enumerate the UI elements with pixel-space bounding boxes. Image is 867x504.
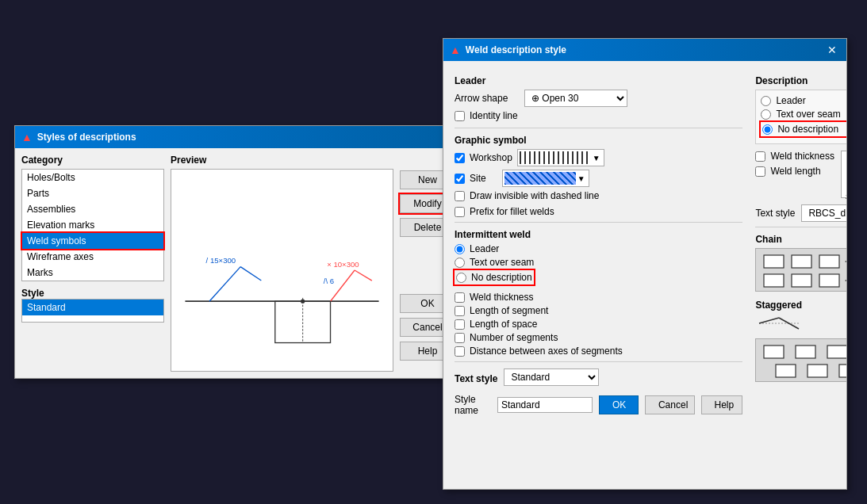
style-label: Style <box>21 288 44 299</box>
arrow-shape-select[interactable]: ⊕ Open 30 <box>524 90 627 107</box>
leader-label: Leader <box>455 75 742 86</box>
distance-between-label: Distance between axes of segments <box>470 346 623 357</box>
distance-between-check[interactable] <box>455 346 465 357</box>
length-of-space-check[interactable] <box>455 319 465 330</box>
weld-thickness-check[interactable] <box>455 292 465 303</box>
weld-thickness-right-check[interactable] <box>755 151 765 162</box>
desc-text-over-radio[interactable] <box>761 109 771 120</box>
intermittent-leader-radio[interactable] <box>455 244 465 254</box>
desc-no-description-label: No description <box>777 124 838 135</box>
category-item-weld[interactable]: Weld symbols <box>22 233 163 249</box>
arrow-shape-label: Arrow shape <box>455 93 518 104</box>
svg-rect-27 <box>819 274 839 287</box>
length-of-segment-label: Length of segment <box>470 305 548 316</box>
weld-preview-area: Weld thickness Weld length a <box>755 151 846 198</box>
intermittent-text-over-radio[interactable] <box>455 258 465 268</box>
weld-length-right-check[interactable] <box>755 166 765 177</box>
weld-cancel-button[interactable]: Cancel <box>645 395 695 414</box>
draw-invisible-checkbox[interactable] <box>455 191 465 201</box>
text-style-bottom-label: Text style <box>455 373 497 384</box>
svg-marker-28 <box>845 276 846 285</box>
chain-label: Chain <box>755 234 846 245</box>
weld-title-icon: ▲ <box>450 44 461 56</box>
length-of-space-label: Length of space <box>470 319 537 330</box>
description-section-label: Description <box>755 75 846 86</box>
preview-canvas: / 15×300 × 10×300 /\ 6 <box>171 169 393 372</box>
category-item-assemblies[interactable]: Assemblies <box>22 201 163 217</box>
category-item-holes[interactable]: Holes/Bolts <box>22 170 163 185</box>
category-item-marks[interactable]: Marks <box>22 265 163 281</box>
staggered-section: Staggered <box>755 300 846 382</box>
number-of-segments-check[interactable] <box>455 333 465 343</box>
text-style-bottom-select[interactable]: Standard <box>504 368 599 386</box>
svg-text:/ 15×300: / 15×300 <box>206 256 236 265</box>
svg-point-11 <box>301 300 305 304</box>
workshop-checkbox[interactable] <box>455 153 465 163</box>
weld-ok-button[interactable]: OK <box>599 395 639 414</box>
workshop-pattern-select[interactable]: ▼ <box>517 149 604 166</box>
text-style-right-label: Text style <box>755 208 795 219</box>
length-of-segment-check[interactable] <box>455 306 465 316</box>
svg-rect-35 <box>796 346 815 358</box>
desc-no-description-radio[interactable] <box>762 124 773 135</box>
svg-text:z: z <box>846 193 846 199</box>
svg-rect-25 <box>764 274 784 287</box>
chain-section: Chain <box>755 234 846 292</box>
identity-line-label: Identity line <box>470 110 518 121</box>
svg-text:× 10×300: × 10×300 <box>327 260 359 269</box>
weld-help-button[interactable]: Help <box>701 395 743 414</box>
style-name-label: Style name <box>455 394 491 416</box>
styles-dialog-body: Category Holes/Bolts Parts Assemblies El… <box>15 148 462 378</box>
prefix-fillet-label: Prefix for fillet welds <box>470 206 554 217</box>
style-name-input[interactable] <box>497 397 593 413</box>
svg-line-31 <box>759 318 779 323</box>
category-item-parts[interactable]: Parts <box>22 185 163 201</box>
svg-rect-21 <box>819 255 839 268</box>
number-of-segments-label: Number of segments <box>470 332 558 343</box>
svg-rect-40 <box>808 365 827 377</box>
identity-line-checkbox[interactable] <box>455 111 465 121</box>
staggered-label: Staggered <box>755 300 846 311</box>
weld-description-dialog: ▲ Weld description style ✕ Leader Arrow … <box>443 38 847 490</box>
site-checkbox[interactable] <box>455 174 465 184</box>
svg-rect-20 <box>792 255 811 268</box>
intermittent-label: Intermittent weld <box>455 229 742 240</box>
weld-thickness-label: Weld thickness <box>470 292 533 303</box>
svg-rect-34 <box>764 346 784 358</box>
text-style-right-select[interactable]: RBCS_dim <box>801 204 846 222</box>
weld-triangle-preview: a z <box>841 151 846 198</box>
intermittent-leader-label: Leader <box>470 243 499 254</box>
weld-length-right-label: Weld length <box>770 166 820 177</box>
style-list: Standard <box>21 299 164 323</box>
styles-of-descriptions-dialog: ▲ Styles of descriptions ✕ Category Hole… <box>14 125 462 379</box>
desc-leader-label: Leader <box>776 95 805 106</box>
weld-thickness-right-label: Weld thickness <box>770 151 834 162</box>
graphic-symbol-label: Graphic symbol <box>455 135 742 146</box>
svg-line-1 <box>209 267 240 302</box>
category-item-elevation[interactable]: Elevation marks <box>22 217 163 233</box>
intermittent-no-desc-radio[interactable] <box>456 273 466 283</box>
svg-rect-19 <box>764 255 784 268</box>
weld-dialog-title: Weld description style <box>466 44 566 55</box>
category-list: Holes/Bolts Parts Assemblies Elevation m… <box>21 169 164 281</box>
site-pattern-select[interactable]: ▼ <box>502 170 589 187</box>
preview-section: Preview / 15×300 × 10×300 <box>171 155 393 372</box>
weld-dialog-close[interactable]: ✕ <box>824 44 840 56</box>
svg-rect-41 <box>839 365 846 377</box>
svg-marker-22 <box>845 257 846 266</box>
svg-text:/\ 6: /\ 6 <box>324 277 334 285</box>
category-label: Category <box>21 155 164 166</box>
draw-invisible-label: Draw invisible with dashed line <box>470 190 599 201</box>
styles-dialog-title: Styles of descriptions <box>37 132 136 143</box>
weld-dialog-titlebar[interactable]: ▲ Weld description style ✕ <box>443 39 846 61</box>
svg-line-3 <box>331 270 355 301</box>
prefix-fillet-checkbox[interactable] <box>455 207 465 217</box>
right-column: Description Leader Text over seam No des… <box>755 69 846 416</box>
styles-dialog-titlebar[interactable]: ▲ Styles of descriptions ✕ <box>15 126 462 148</box>
chain-diagram <box>755 248 846 292</box>
svg-rect-26 <box>792 274 811 287</box>
category-item-wireframe[interactable]: Wireframe axes <box>22 249 163 265</box>
workshop-label: Workshop <box>470 152 512 163</box>
desc-leader-radio[interactable] <box>761 96 771 106</box>
style-item-standard[interactable]: Standard <box>22 300 163 315</box>
